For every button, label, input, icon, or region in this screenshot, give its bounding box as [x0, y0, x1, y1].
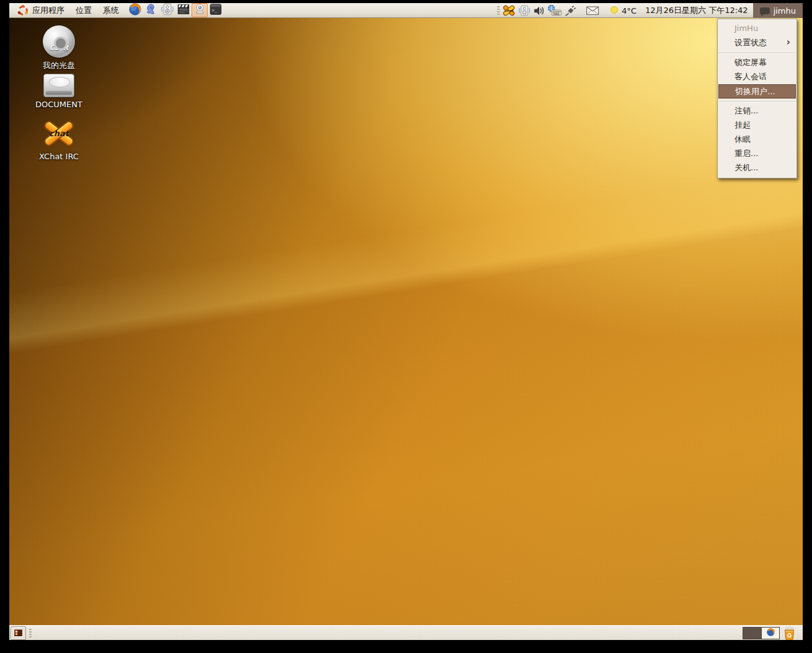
camera-app-launcher[interactable]: [192, 3, 208, 17]
pidgin-icon: [144, 3, 158, 19]
workspace-switcher: [743, 627, 780, 639]
firefox-icon: [128, 3, 142, 19]
system-menu[interactable]: 系统: [97, 3, 125, 17]
weather-temperature: 4°C: [622, 6, 637, 15]
menu-item-log-out[interactable]: 注销...: [718, 104, 797, 118]
desktop-icon-label: DOCUMENT: [27, 100, 91, 109]
bottom-panel-right: ♻: [743, 626, 803, 640]
speaker-icon: [161, 3, 174, 19]
desktop-icon-label: 我的光盘: [27, 60, 91, 71]
harddisk-icon: [43, 74, 74, 97]
system-menu-label: 系统: [103, 5, 119, 16]
clock-applet[interactable]: 12月26日星期六 下午12:42: [640, 5, 753, 16]
ubuntu-logo-icon: [17, 4, 29, 17]
applications-menu[interactable]: 应用程序: [11, 3, 70, 17]
workspace-2[interactable]: [761, 628, 779, 639]
top-panel: 应用程序 位置 系统: [9, 3, 803, 18]
menu-item-user-name: JimHu: [718, 22, 797, 36]
mail-notification-icon[interactable]: [585, 3, 601, 18]
username-label: jimhu: [774, 6, 796, 15]
firefox-window-icon: [766, 628, 775, 639]
show-desktop-button[interactable]: [11, 626, 26, 640]
terminal-icon: >_: [209, 3, 223, 19]
menu-item-restart[interactable]: 重启...: [718, 147, 797, 161]
panel-menu-cluster: 应用程序 位置 系统: [9, 3, 125, 17]
places-menu-label: 位置: [76, 5, 92, 16]
user-menu-button[interactable]: jimhu: [753, 3, 803, 18]
cdrom-icon: CD-R: [43, 25, 75, 58]
xchat-tray-icon[interactable]: chat: [501, 3, 517, 18]
sun-icon: [609, 5, 619, 17]
xchat-icon: chat: [41, 118, 77, 149]
chat-status-icon: [760, 7, 770, 14]
user-dropdown-menu: JimHu 设置状态 › 锁定屏幕 客人会话 切换用户... 注销... 挂起: [717, 19, 797, 178]
cd-r-label: CD-R: [43, 44, 75, 52]
desktop-icon-document-drive[interactable]: DOCUMENT: [27, 74, 91, 109]
firefox-launcher[interactable]: [127, 3, 143, 18]
menu-item-switch-user[interactable]: 切换用户...: [718, 84, 796, 99]
desktop-icon-xchat-irc[interactable]: chat XChat IRC: [27, 118, 91, 161]
menu-item-lock-screen[interactable]: 锁定屏幕: [718, 56, 797, 70]
clapperboard-icon: [177, 3, 190, 19]
desktop-icon-my-disc[interactable]: CD-R 我的光盘: [27, 25, 91, 71]
svg-text:chat: chat: [505, 9, 514, 12]
taskbar-drag-handle[interactable]: [29, 629, 32, 638]
terminal-launcher[interactable]: >_: [208, 3, 224, 18]
movie-player-launcher[interactable]: [175, 3, 192, 18]
show-desktop-icon: [14, 629, 23, 637]
panel-right-cluster: chat: [496, 3, 803, 18]
rhythmbox-tray-icon[interactable]: [517, 3, 532, 18]
trash-applet[interactable]: ♻: [782, 626, 797, 640]
menu-item-suspend[interactable]: 挂起: [718, 118, 797, 133]
desktop-icon-label: XChat IRC: [27, 152, 91, 161]
applications-menu-label: 应用程序: [32, 5, 64, 16]
places-menu[interactable]: 位置: [70, 3, 97, 17]
desktop-surface[interactable]: 应用程序 位置 系统: [9, 3, 803, 640]
volume-icon[interactable]: [532, 3, 546, 18]
menu-item-set-status[interactable]: 设置状态 ›: [718, 36, 797, 50]
workspace-1[interactable]: [743, 628, 761, 639]
submenu-arrow-icon: ›: [787, 36, 790, 49]
rhythmbox-launcher[interactable]: [159, 3, 175, 18]
webcam-icon: [193, 3, 206, 18]
menu-item-hibernate[interactable]: 休眠: [718, 133, 797, 147]
menu-item-shut-down[interactable]: 关机...: [718, 161, 797, 175]
menu-separator: [718, 101, 796, 102]
network-plug-icon[interactable]: [563, 3, 578, 18]
panel-launchers: >_: [127, 3, 224, 17]
weather-applet[interactable]: 4°C: [606, 5, 640, 17]
svg-text:♻: ♻: [787, 632, 792, 639]
keyboard-indicator-icon[interactable]: [546, 3, 563, 18]
xchat-icon-text: chat: [41, 129, 77, 138]
menu-separator: [718, 53, 796, 53]
svg-text:>_: >_: [212, 7, 218, 12]
menu-item-guest-session[interactable]: 客人会话: [718, 70, 797, 84]
tray-drag-handle[interactable]: [497, 6, 500, 15]
bottom-panel: ♻: [9, 625, 803, 640]
pidgin-launcher[interactable]: [143, 3, 159, 18]
screenshot-viewport: 应用程序 位置 系统: [0, 0, 812, 653]
